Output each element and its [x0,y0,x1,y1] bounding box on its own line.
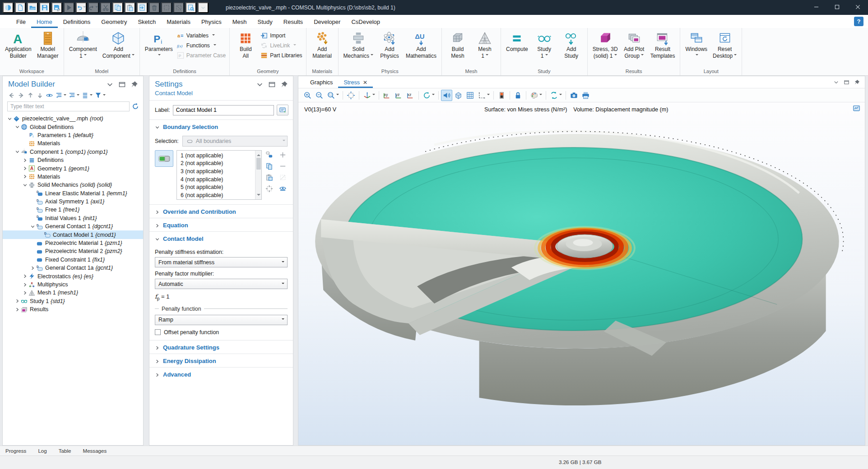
add-component-button[interactable]: AddComponent [100,29,137,59]
boundary-list-item[interactable]: 3 (not applicable) [177,167,255,175]
build-mesh-button[interactable]: BuildMesh [445,29,471,59]
scroll-thumb[interactable] [256,158,261,170]
boundary-list-item[interactable]: 2 (not applicable) [177,160,255,168]
result-templates-button[interactable]: ResultTemplates [648,29,678,59]
graphics-menu-button[interactable] [833,79,840,86]
show-physics-symbols-button[interactable] [441,90,452,101]
panel-float-button[interactable] [268,80,276,89]
panel-pin-button[interactable] [130,80,139,89]
stress-3d-solid-1-button[interactable]: Stress, 3D(solid) 1 [590,29,620,59]
mesh-1-button[interactable]: Mesh1 [472,29,498,59]
node-filter-button[interactable] [94,91,106,100]
reset-desktop-button[interactable]: ResetDesktop [710,29,739,59]
redo-button[interactable] [88,2,99,13]
selection-dropdown[interactable]: All boundaries [182,136,288,147]
tree-item-mesh-1[interactable]: Mesh 1{mesh1} [3,289,143,297]
component-1-button[interactable]: Component1 [67,29,99,59]
list-scrollbar[interactable] [255,151,261,199]
tree-item-initial-values-1[interactable]: DInitial Values 1{init1} [3,214,143,222]
penalty-factor-select[interactable]: Automatic [155,279,288,289]
tree-item-piezoelectric-valve-mph[interactable]: piezoelectric_valve__.mph(root) [3,115,143,123]
maximize-button[interactable] [826,0,847,15]
add-plot-group-button[interactable]: Add PlotGroup [621,29,647,59]
study-1-button[interactable]: Study1 [531,29,557,59]
section-equation-header[interactable]: Equation [149,218,293,231]
active-toggle-button[interactable] [155,150,173,167]
delete-button[interactable] [149,2,160,13]
tree-item-piezoelectric-material-2[interactable]: Piezoelectric Material 2{pzm2} [3,247,143,255]
tree-item-global-definitions[interactable]: Global Definitions [3,123,143,131]
tree-item-contact-model-1[interactable]: DContact Model 1{cmod1} [3,230,143,239]
show-grid-button[interactable] [464,90,476,101]
filter-input[interactable] [7,101,130,111]
zoom-extents-button[interactable] [345,90,357,101]
create-selection-button[interactable] [265,150,274,159]
tree-item-component-1[interactable]: Component 1(comp1) {comp1} [3,148,143,156]
section-energy-header[interactable]: Energy Dissipation [149,354,293,367]
copy-selection-button[interactable] [265,161,274,170]
graphics-pin-button[interactable] [854,79,860,86]
menu-study[interactable]: Study [252,16,278,28]
open-folder-button[interactable] [27,2,38,13]
section-boundary-selection-header[interactable]: Boundary Selection [149,120,293,133]
model-manager-button[interactable]: ModelManager [35,29,61,59]
add-to-selection-button[interactable] [279,150,288,159]
section-quadrature-header[interactable]: Quadrature Settings [149,340,293,354]
bottom-tab-messages[interactable]: Messages [83,448,107,454]
section-override-header[interactable]: Override and Contribution [149,205,293,218]
close-button[interactable] [847,0,868,15]
bottom-tab-log[interactable]: Log [38,448,46,454]
boundary-list[interactable]: 1 (not applicable)2 (not applicable)3 (n… [176,150,262,200]
menu-mesh[interactable]: Mesh [227,16,252,28]
offset-penalty-checkbox[interactable] [155,329,161,335]
help-button[interactable]: ? [854,17,863,26]
move-up-button[interactable] [26,91,35,100]
tab-stress[interactable]: Stress✕ [338,77,373,88]
tree-item-materials[interactable]: Materials [3,139,143,147]
save-as-button[interactable] [51,2,62,13]
print-button[interactable] [580,90,591,101]
menu-geometry[interactable]: Geometry [96,16,132,28]
label-input[interactable] [173,105,274,115]
functions-button[interactable]: f(x)Functions [177,41,216,50]
scroll-down-icon[interactable] [257,194,260,198]
scroll-up-icon[interactable] [257,152,260,156]
show-button[interactable] [45,91,54,100]
panel-pin-button[interactable] [280,80,288,89]
snapshot-button[interactable] [568,90,580,101]
update-plot-button[interactable] [548,90,563,101]
graphics-canvas[interactable]: V0(13)=60 V Surface: von Mises stress (N… [298,102,865,445]
add-physics-button[interactable]: AddPhysics [376,29,403,59]
panel-float-button[interactable] [118,80,126,89]
menu-file[interactable]: File [11,16,31,28]
tab-graphics[interactable]: Graphics [305,77,338,88]
panel-menu-button[interactable] [255,80,264,89]
menu-home[interactable]: Home [31,16,58,28]
section-advanced-header[interactable]: Advanced [149,368,293,381]
color-legend-button[interactable] [496,90,507,101]
zoom-box-button[interactable] [325,90,340,101]
scene-light-button[interactable] [453,90,464,101]
show-axis-button[interactable] [476,90,491,101]
bottom-tab-progress[interactable]: Progress [5,448,26,454]
more-chevron-button[interactable] [198,2,209,13]
bottom-tab-table[interactable]: Table [59,448,71,454]
application-builder-button[interactable]: AApplicationBuilder [3,29,34,59]
zoom-to-selection-button[interactable] [265,184,274,193]
save-button[interactable] [39,2,50,13]
livelink-button[interactable]: LiveLink [260,41,296,50]
copy-button[interactable] [112,2,123,13]
tree-item-piezoelectric-material-1[interactable]: Piezoelectric Material 1{pzm1} [3,239,143,247]
tree-item-definitions[interactable]: Definitions [3,156,143,164]
penalty-stiffness-select[interactable]: From material stiffness [155,257,288,267]
clear-selection-button[interactable] [279,173,288,182]
part-libraries-button[interactable]: Part Libraries [260,51,302,60]
tree-item-geometry-1[interactable]: AGeometry 1{geom1} [3,164,143,172]
tree-item-study-1[interactable]: Study 1{std1} [3,297,143,305]
graphics-float-button[interactable] [843,79,850,86]
appearance-button[interactable] [529,90,543,101]
view-yz-button[interactable]: yz [393,90,404,101]
add-mathematics-button[interactable]: ΔUAddMathematics [404,29,439,59]
cut-button[interactable] [100,2,111,13]
paste-button[interactable] [125,2,135,13]
